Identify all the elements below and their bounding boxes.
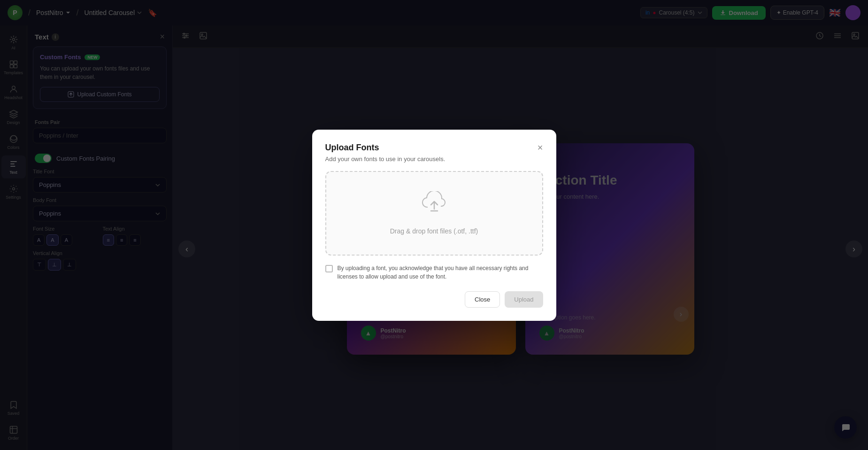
drop-text: Drag & drop font files (.otf, .ttf) (390, 227, 478, 235)
modal-header: Upload Fonts × (325, 143, 543, 153)
drop-zone[interactable]: Drag & drop font files (.otf, .ttf) (325, 171, 543, 256)
modal-title: Upload Fonts (325, 143, 379, 153)
license-checkbox[interactable] (325, 265, 333, 272)
license-text: By uploading a font, you acknowledge tha… (338, 264, 543, 281)
upload-fonts-modal: Upload Fonts × Add your own fonts to use… (312, 130, 556, 321)
modal-overlay[interactable]: Upload Fonts × Add your own fonts to use… (0, 0, 868, 450)
modal-close-button[interactable]: × (538, 143, 543, 152)
upload-cloud-icon (421, 191, 447, 223)
modal-upload-button[interactable]: Upload (505, 291, 543, 308)
modal-footer: Close Upload (325, 291, 543, 308)
license-checkbox-row: By uploading a font, you acknowledge tha… (325, 264, 543, 281)
modal-close-action-button[interactable]: Close (465, 291, 500, 308)
modal-subtitle: Add your own fonts to use in your carous… (325, 155, 543, 163)
